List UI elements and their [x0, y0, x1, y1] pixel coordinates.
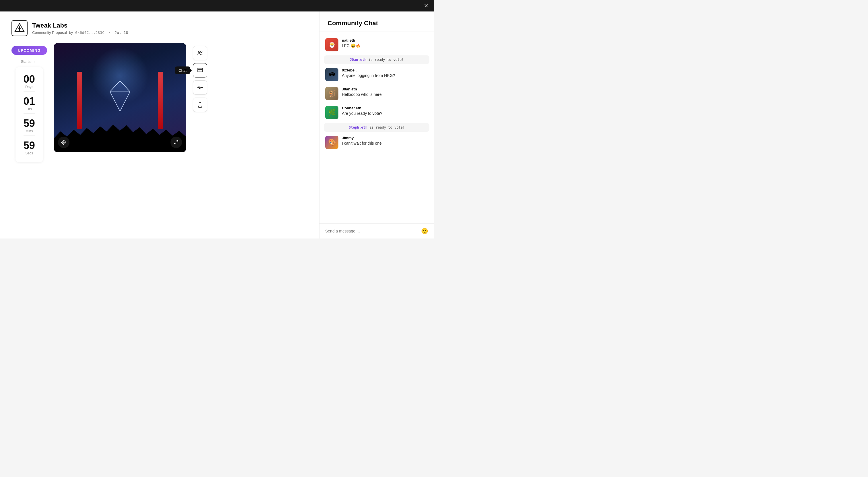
proposal-address: 0x6d4C...283C [75, 30, 104, 35]
event-image-wrapper [54, 43, 186, 152]
mins-label: Mins [26, 129, 33, 133]
avatar: 🎅 [325, 38, 338, 52]
username: 0x3ebe... [342, 68, 395, 72]
list-item: 🎨 Jimmy I can't wait for this one [319, 133, 434, 152]
top-bar: ✕ [0, 0, 434, 11]
system-user: J0an.eth [350, 58, 367, 62]
list-item: 🐒 J0an.eth Hellooooo who is here [319, 84, 434, 103]
message-text: Anyone logging in from HKG? [342, 73, 395, 78]
chat-messages: 🎅 nati.eth LFG 😄🔥 J0an.eth is ready to v… [319, 32, 434, 223]
username: J0an.eth [342, 87, 382, 91]
org-logo [11, 20, 28, 36]
days-label: Days [25, 85, 33, 89]
system-user: Steph.eth [349, 125, 367, 129]
expand-button[interactable] [170, 137, 182, 148]
action-buttons: Chat [193, 43, 207, 112]
hrs-label: Hrs [26, 107, 32, 111]
share-icon [197, 102, 203, 108]
secs-value: 59 [24, 140, 35, 151]
chat-title: Community Chat [328, 20, 426, 27]
body-row: UPCOMING Starts in... 00 Days 01 Hrs 59 … [11, 43, 308, 162]
concert-scene [54, 43, 186, 152]
message-content: 0x3ebe... Anyone logging in from HKG? [342, 68, 395, 78]
chat-button[interactable] [193, 63, 207, 77]
pulse-button[interactable] [193, 81, 207, 95]
share-button[interactable] [193, 98, 207, 112]
message-content: J0an.eth Hellooooo who is here [342, 87, 382, 97]
svg-point-12 [200, 51, 202, 53]
proposal-type: Community Proposal [32, 30, 67, 35]
close-button[interactable]: ✕ [424, 3, 428, 8]
list-item: 🎅 nati.eth LFG 😄🔥 [319, 35, 434, 54]
message-text: Hellooooo who is here [342, 92, 382, 97]
secs-label: Secs [25, 151, 33, 155]
list-item: J0an.eth is ready to vote! [324, 55, 429, 64]
svg-marker-2 [110, 81, 130, 112]
pulse-icon [197, 84, 203, 91]
countdown-days: 00 Days [24, 72, 35, 92]
by-label: by [69, 30, 73, 35]
list-item: 🕶 0x3ebe... Anyone logging in from HKG? [319, 65, 434, 84]
pillar-left [77, 72, 82, 129]
proposal-header: Tweak Labs Community Proposal by 0x6d4C.… [11, 20, 308, 36]
avatar: 🎨 [325, 136, 338, 149]
proposal-subtitle: Community Proposal by 0x6d4C...283C • Ju… [32, 30, 128, 35]
chat-sidebar: Community Chat 🎅 nati.eth LFG 😄🔥 J0an.et… [319, 11, 434, 238]
svg-rect-13 [197, 68, 203, 72]
org-name: Tweak Labs [32, 22, 128, 29]
message-text: Are you ready to vote? [342, 111, 382, 116]
chat-input[interactable] [325, 229, 418, 233]
eth-icon [61, 140, 66, 145]
hrs-value: 01 [24, 96, 35, 106]
countdown-hrs: 01 Hrs [24, 94, 35, 114]
chat-input-area: 🙂 [319, 223, 434, 238]
chat-button-wrapper: Chat [193, 63, 207, 77]
image-overlay-buttons [58, 137, 182, 148]
starts-in-label: Starts in... [21, 59, 38, 64]
proposal-date: Jul 18 [115, 30, 128, 35]
upcoming-badge: UPCOMING [11, 46, 47, 55]
username: Conner.eth [342, 106, 382, 110]
avatar: 🐒 [325, 87, 338, 100]
countdown-mins: 59 Mins [24, 116, 35, 136]
people-button[interactable] [193, 46, 207, 60]
event-image [54, 43, 186, 152]
username: Jimmy [342, 136, 382, 140]
svg-point-11 [198, 51, 200, 53]
main-container: Tweak Labs Community Proposal by 0x6d4C.… [0, 11, 434, 238]
pillar-right [158, 72, 163, 129]
svg-point-1 [19, 30, 20, 31]
days-value: 00 [24, 74, 35, 84]
diamond-gem [108, 81, 131, 112]
system-text: is ready to vote! [366, 58, 404, 62]
message-text: LFG 😄🔥 [342, 43, 361, 48]
avatar: 🕶 [325, 68, 338, 81]
countdown-secs: 59 Secs [24, 138, 35, 158]
message-content: nati.eth LFG 😄🔥 [342, 38, 361, 48]
message-content: Jimmy I can't wait for this one [342, 136, 382, 146]
chat-icon [197, 67, 203, 73]
list-item: 🌿 Conner.eth Are you ready to vote? [319, 103, 434, 122]
message-content: Conner.eth Are you ready to vote? [342, 106, 382, 116]
mins-value: 59 [24, 118, 35, 129]
system-text: is ready to vote! [367, 125, 405, 129]
emoji-button[interactable]: 🙂 [421, 228, 428, 234]
username: nati.eth [342, 38, 361, 42]
dot-separator: • [108, 30, 111, 35]
logo-overlay-button[interactable] [58, 137, 69, 148]
expand-icon [174, 140, 179, 145]
countdown-panel: UPCOMING Starts in... 00 Days 01 Hrs 59 … [11, 43, 47, 162]
people-icon [197, 50, 203, 56]
countdown-card: 00 Days 01 Hrs 59 Mins 59 Secs [16, 67, 43, 162]
avatar: 🌿 [325, 106, 338, 119]
list-item: Steph.eth is ready to vote! [324, 123, 429, 132]
chat-header: Community Chat [319, 11, 434, 32]
proposal-meta: Tweak Labs Community Proposal by 0x6d4C.… [32, 22, 128, 35]
content-area: Tweak Labs Community Proposal by 0x6d4C.… [0, 11, 319, 238]
logo-icon [14, 22, 25, 34]
message-text: I can't wait for this one [342, 141, 382, 146]
